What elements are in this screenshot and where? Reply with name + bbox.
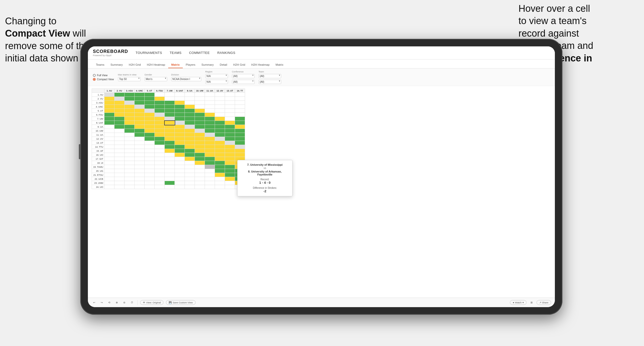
matrix-cell[interactable] — [185, 145, 195, 149]
matrix-cell[interactable] — [125, 141, 135, 145]
matrix-cell[interactable] — [165, 105, 175, 109]
matrix-cell[interactable] — [145, 93, 155, 97]
matrix-cell[interactable] — [215, 133, 225, 137]
matrix-cell[interactable] — [175, 173, 185, 177]
matrix-cell[interactable] — [185, 109, 195, 113]
matrix-cell[interactable] — [114, 121, 125, 125]
matrix-cell[interactable] — [205, 101, 215, 105]
matrix-cell[interactable] — [155, 177, 165, 181]
matrix-cell[interactable] — [104, 97, 114, 101]
matrix-cell[interactable] — [114, 161, 125, 165]
matrix-cell[interactable] — [195, 101, 205, 105]
matrix-cell[interactable] — [104, 149, 114, 153]
matrix-cell[interactable] — [215, 113, 225, 117]
matrix-cell[interactable] — [125, 169, 135, 173]
matrix-cell[interactable] — [205, 97, 215, 101]
matrix-cell[interactable] — [125, 153, 135, 157]
matrix-cell[interactable] — [125, 125, 135, 129]
matrix-cell[interactable] — [195, 93, 205, 97]
matrix-cell[interactable] — [165, 109, 175, 113]
matrix-cell[interactable] — [145, 165, 155, 169]
matrix-cell[interactable] — [175, 185, 185, 189]
matrix-cell[interactable] — [185, 105, 195, 109]
matrix-cell[interactable] — [135, 93, 145, 97]
matrix-cell[interactable] — [225, 173, 235, 177]
matrix-cell[interactable] — [175, 133, 185, 137]
matrix-cell[interactable] — [165, 125, 175, 129]
matrix-cell[interactable] — [145, 161, 155, 165]
matrix-cell[interactable] — [125, 157, 135, 161]
matrix-cell[interactable] — [165, 93, 175, 97]
matrix-cell[interactable] — [114, 165, 125, 169]
matrix-cell[interactable] — [225, 117, 235, 121]
matrix-cell[interactable] — [155, 101, 165, 105]
matrix-cell[interactable] — [195, 157, 205, 161]
matrix-cell[interactable] — [205, 125, 215, 129]
matrix-cell[interactable] — [104, 173, 114, 177]
matrix-cell[interactable] — [155, 145, 165, 149]
matrix-cell[interactable] — [205, 129, 215, 133]
matrix-cell[interactable] — [205, 105, 215, 109]
nav-rankings[interactable]: RANKINGS — [217, 51, 235, 55]
matrix-cell[interactable] — [225, 93, 235, 97]
matrix-cell[interactable] — [235, 109, 245, 113]
matrix-cell[interactable] — [195, 185, 205, 189]
matrix-cell[interactable] — [165, 153, 175, 157]
matrix-cell[interactable] — [114, 101, 125, 105]
matrix-cell[interactable] — [114, 153, 125, 157]
matrix-cell[interactable] — [104, 169, 114, 173]
matrix-cell[interactable] — [125, 185, 135, 189]
matrix-cell[interactable] — [175, 161, 185, 165]
matrix-cell[interactable] — [125, 181, 135, 185]
matrix-cell[interactable] — [125, 121, 135, 125]
matrix-cell[interactable] — [145, 181, 155, 185]
matrix-cell[interactable] — [135, 173, 145, 177]
matrix-cell[interactable] — [104, 157, 114, 161]
matrix-cell[interactable] — [135, 141, 145, 145]
matrix-cell[interactable] — [125, 165, 135, 169]
matrix-cell[interactable] — [165, 181, 175, 185]
matrix-cell[interactable] — [185, 185, 195, 189]
matrix-cell[interactable] — [205, 117, 215, 121]
matrix-cell[interactable] — [165, 165, 175, 169]
matrix-cell[interactable] — [225, 109, 235, 113]
matrix-cell[interactable] — [195, 181, 205, 185]
matrix-cell[interactable] — [104, 153, 114, 157]
matrix-cell[interactable] — [165, 101, 175, 105]
matrix-cell[interactable] — [135, 161, 145, 165]
matrix-cell[interactable] — [155, 161, 165, 165]
matrix-cell[interactable] — [114, 117, 125, 121]
matrix-cell[interactable] — [114, 113, 125, 117]
team-select-2[interactable]: (All) — [259, 80, 281, 84]
matrix-cell[interactable] — [215, 185, 225, 189]
matrix-cell[interactable] — [175, 125, 185, 129]
matrix-cell[interactable] — [235, 93, 245, 97]
matrix-cell[interactable] — [125, 177, 135, 181]
matrix-cell[interactable] — [235, 129, 245, 133]
matrix-cell[interactable] — [135, 169, 145, 173]
matrix-cell[interactable] — [165, 137, 175, 141]
matrix-cell[interactable] — [185, 169, 195, 173]
matrix-cell[interactable] — [145, 177, 155, 181]
matrix-cell[interactable] — [165, 133, 175, 137]
matrix-cell[interactable] — [145, 137, 155, 141]
matrix-cell[interactable] — [135, 149, 145, 153]
matrix-cell[interactable] — [155, 173, 165, 177]
view-original-button[interactable]: 👁 View: Original — [140, 300, 163, 305]
matrix-cell[interactable] — [185, 117, 195, 121]
sub-nav-matrix-2[interactable]: Matrix — [273, 62, 286, 68]
matrix-cell[interactable] — [114, 133, 125, 137]
matrix-cell[interactable] — [125, 129, 135, 133]
matrix-cell[interactable] — [235, 137, 245, 141]
matrix-cell[interactable] — [125, 117, 135, 121]
matrix-cell[interactable] — [195, 105, 205, 109]
matrix-cell[interactable] — [225, 181, 235, 185]
matrix-cell[interactable] — [215, 161, 225, 165]
matrix-cell[interactable] — [104, 161, 114, 165]
matrix-cell[interactable] — [235, 141, 245, 145]
matrix-cell[interactable] — [205, 133, 215, 137]
matrix-cell[interactable] — [185, 181, 195, 185]
matrix-cell[interactable] — [145, 129, 155, 133]
matrix-cell[interactable] — [135, 181, 145, 185]
matrix-cell[interactable] — [185, 137, 195, 141]
